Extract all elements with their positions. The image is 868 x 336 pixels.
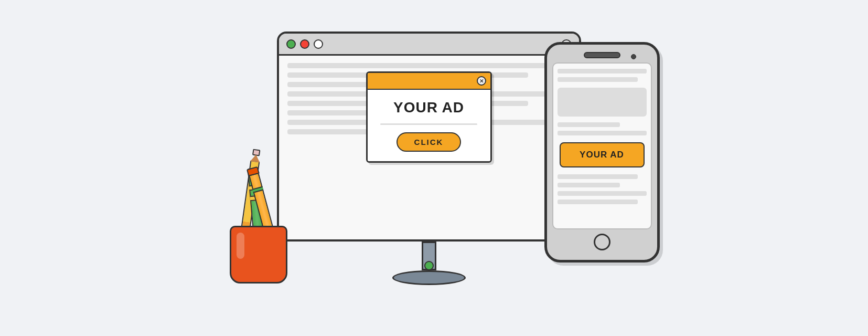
phone-line — [558, 77, 638, 82]
pencil-cup — [230, 194, 287, 284]
phone-screen: YOUR AD — [552, 62, 652, 229]
monitor-content: ✕ YOUR AD CLICK — [279, 56, 579, 239]
phone-line — [558, 191, 647, 196]
pencil-band3 — [252, 186, 263, 193]
phone: YOUR AD — [544, 42, 660, 262]
ad-popup-underline — [380, 123, 477, 125]
scene: ✕ ✕ YOUR AD CLICK — [198, 21, 670, 315]
monitor-titlebar: ✕ — [279, 34, 579, 56]
ad-popup-titlebar: ✕ — [368, 73, 490, 90]
phone-frame: YOUR AD — [544, 42, 660, 262]
phone-ad-button[interactable]: YOUR AD — [560, 142, 645, 167]
phone-home-button[interactable] — [594, 234, 610, 250]
monitor: ✕ ✕ YOUR AD CLICK — [277, 32, 581, 285]
phone-speaker — [584, 52, 620, 58]
ad-popup-text: YOUR AD — [393, 99, 464, 116]
monitor-frame: ✕ ✕ YOUR AD CLICK — [277, 32, 581, 242]
cup-body — [230, 226, 287, 284]
ad-popup: ✕ YOUR AD CLICK — [366, 71, 492, 163]
phone-line — [558, 69, 647, 74]
phone-image-placeholder — [558, 88, 647, 117]
pencil-eraser — [252, 149, 260, 156]
phone-line — [558, 200, 638, 204]
phone-camera-icon — [631, 54, 636, 59]
phone-line — [558, 122, 620, 127]
phone-line — [558, 183, 620, 187]
pencil-cap — [246, 166, 259, 176]
ad-popup-close-icon[interactable]: ✕ — [477, 76, 486, 86]
content-line — [287, 63, 571, 68]
titlebar-dot-red — [300, 39, 309, 49]
monitor-stand-neck — [422, 242, 436, 270]
cup-highlight — [237, 233, 244, 259]
titlebar-dot-green — [286, 39, 296, 49]
monitor-stand-base — [392, 270, 466, 285]
ad-click-button[interactable]: CLICK — [397, 132, 462, 152]
phone-line — [558, 131, 647, 135]
ad-popup-body: YOUR AD CLICK — [368, 90, 490, 161]
phone-line — [558, 174, 638, 179]
titlebar-dot-white — [314, 39, 323, 49]
